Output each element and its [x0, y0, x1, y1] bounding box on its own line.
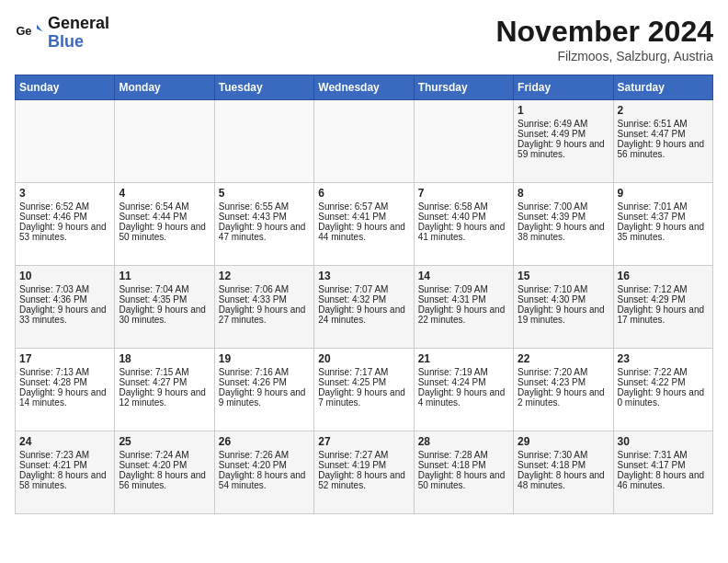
day-info: Daylight: 9 hours and 50 minutes. — [119, 222, 210, 242]
day-info: Sunset: 4:36 PM — [19, 294, 110, 304]
day-info: Sunset: 4:20 PM — [119, 460, 210, 470]
calendar-cell: 16Sunrise: 7:12 AMSunset: 4:29 PMDayligh… — [613, 266, 712, 349]
day-info: Sunrise: 7:12 AM — [618, 284, 709, 294]
calendar-week-5: 24Sunrise: 7:23 AMSunset: 4:21 PMDayligh… — [16, 431, 713, 514]
calendar-cell: 26Sunrise: 7:26 AMSunset: 4:20 PMDayligh… — [214, 431, 313, 514]
day-number: 21 — [418, 352, 509, 365]
day-info: Sunrise: 7:06 AM — [219, 284, 310, 294]
day-number: 17 — [19, 352, 110, 365]
day-number: 28 — [418, 435, 509, 448]
calendar-cell — [115, 100, 214, 183]
logo-line1: General — [48, 15, 109, 33]
day-info: Sunrise: 6:51 AM — [618, 119, 709, 129]
day-info: Sunset: 4:46 PM — [19, 212, 110, 222]
header-day-thursday: Thursday — [414, 75, 513, 100]
calendar-cell: 28Sunrise: 7:28 AMSunset: 4:18 PMDayligh… — [414, 431, 513, 514]
day-info: Sunrise: 7:01 AM — [618, 201, 709, 212]
day-info: Daylight: 9 hours and 24 minutes. — [318, 304, 409, 325]
day-info: Sunset: 4:22 PM — [618, 377, 709, 387]
day-info: Sunrise: 7:03 AM — [19, 284, 110, 294]
day-number: 24 — [19, 435, 110, 448]
day-info: Sunrise: 7:31 AM — [618, 450, 709, 460]
day-info: Sunrise: 7:28 AM — [418, 450, 509, 460]
calendar-cell: 18Sunrise: 7:15 AMSunset: 4:27 PMDayligh… — [115, 349, 214, 431]
day-info: Daylight: 9 hours and 19 minutes. — [518, 304, 609, 325]
day-info: Sunset: 4:17 PM — [618, 460, 709, 470]
day-info: Sunset: 4:41 PM — [318, 212, 409, 222]
day-info: Sunrise: 7:19 AM — [418, 367, 509, 377]
logo-icon: G e — [15, 18, 44, 48]
day-info: Daylight: 9 hours and 4 minutes. — [418, 387, 509, 408]
day-info: Sunset: 4:43 PM — [219, 212, 310, 222]
day-info: Daylight: 9 hours and 38 minutes. — [518, 222, 609, 242]
day-info: Daylight: 9 hours and 59 minutes. — [518, 139, 609, 159]
day-info: Daylight: 8 hours and 58 minutes. — [19, 470, 110, 490]
day-info: Sunrise: 6:49 AM — [518, 119, 609, 129]
day-info: Sunrise: 7:04 AM — [119, 284, 210, 294]
day-number: 20 — [318, 352, 409, 365]
day-info: Daylight: 9 hours and 30 minutes. — [119, 304, 210, 325]
calendar-cell: 19Sunrise: 7:16 AMSunset: 4:26 PMDayligh… — [214, 349, 313, 431]
day-info: Sunset: 4:30 PM — [518, 294, 609, 304]
calendar-cell: 10Sunrise: 7:03 AMSunset: 4:36 PMDayligh… — [16, 266, 115, 349]
calendar-cell: 11Sunrise: 7:04 AMSunset: 4:35 PMDayligh… — [115, 266, 214, 349]
day-info: Sunrise: 7:15 AM — [119, 367, 210, 377]
header-day-monday: Monday — [115, 75, 214, 100]
day-info: Sunset: 4:18 PM — [418, 460, 509, 470]
title-block: November 2024 Filzmoos, Salzburg, Austri… — [495, 15, 713, 63]
day-number: 23 — [618, 352, 709, 365]
calendar-cell: 17Sunrise: 7:13 AMSunset: 4:28 PMDayligh… — [16, 349, 115, 431]
day-info: Sunset: 4:40 PM — [418, 212, 509, 222]
day-info: Sunrise: 7:10 AM — [518, 284, 609, 294]
day-info: Sunset: 4:20 PM — [219, 460, 310, 470]
calendar-cell: 20Sunrise: 7:17 AMSunset: 4:25 PMDayligh… — [314, 349, 414, 431]
calendar-cell: 15Sunrise: 7:10 AMSunset: 4:30 PMDayligh… — [514, 266, 613, 349]
logo-text: General Blue — [48, 15, 109, 52]
calendar-cell — [314, 100, 414, 183]
day-info: Sunset: 4:26 PM — [219, 377, 310, 387]
day-info: Sunrise: 6:52 AM — [19, 201, 110, 212]
day-info: Sunrise: 7:16 AM — [219, 367, 310, 377]
day-number: 22 — [518, 352, 609, 365]
day-info: Daylight: 9 hours and 47 minutes. — [219, 222, 310, 242]
day-info: Daylight: 9 hours and 44 minutes. — [318, 222, 409, 242]
day-info: Sunrise: 7:24 AM — [119, 450, 210, 460]
day-info: Sunrise: 7:17 AM — [318, 367, 409, 377]
calendar-cell: 1Sunrise: 6:49 AMSunset: 4:49 PMDaylight… — [514, 100, 613, 183]
calendar-cell: 29Sunrise: 7:30 AMSunset: 4:18 PMDayligh… — [514, 431, 613, 514]
day-info: Sunrise: 7:23 AM — [19, 450, 110, 460]
day-number: 6 — [318, 187, 409, 200]
day-info: Sunset: 4:18 PM — [518, 460, 609, 470]
day-number: 30 — [618, 435, 709, 448]
day-info: Sunrise: 6:57 AM — [318, 201, 409, 212]
day-number: 14 — [418, 270, 509, 282]
day-number: 15 — [518, 270, 609, 282]
day-info: Sunset: 4:29 PM — [618, 294, 709, 304]
calendar-week-2: 3Sunrise: 6:52 AMSunset: 4:46 PMDaylight… — [16, 183, 713, 266]
day-info: Sunset: 4:24 PM — [418, 377, 509, 387]
day-info: Sunrise: 7:30 AM — [518, 450, 609, 460]
day-number: 10 — [19, 270, 110, 282]
day-info: Daylight: 9 hours and 41 minutes. — [418, 222, 509, 242]
calendar-cell: 2Sunrise: 6:51 AMSunset: 4:47 PMDaylight… — [613, 100, 712, 183]
calendar-cell: 25Sunrise: 7:24 AMSunset: 4:20 PMDayligh… — [115, 431, 214, 514]
day-info: Sunset: 4:21 PM — [19, 460, 110, 470]
day-info: Sunset: 4:23 PM — [518, 377, 609, 387]
calendar-cell: 8Sunrise: 7:00 AMSunset: 4:39 PMDaylight… — [514, 183, 613, 266]
day-info: Daylight: 9 hours and 22 minutes. — [418, 304, 509, 325]
day-info: Daylight: 9 hours and 14 minutes. — [19, 387, 110, 408]
day-info: Sunset: 4:31 PM — [418, 294, 509, 304]
day-info: Sunrise: 7:09 AM — [418, 284, 509, 294]
calendar-week-3: 10Sunrise: 7:03 AMSunset: 4:36 PMDayligh… — [16, 266, 713, 349]
day-number: 12 — [219, 270, 310, 282]
day-info: Sunset: 4:28 PM — [19, 377, 110, 387]
day-info: Sunrise: 7:27 AM — [318, 450, 409, 460]
day-number: 7 — [418, 187, 509, 200]
day-info: Sunset: 4:35 PM — [119, 294, 210, 304]
day-info: Daylight: 9 hours and 56 minutes. — [618, 139, 709, 159]
day-info: Daylight: 8 hours and 52 minutes. — [318, 470, 409, 490]
svg-text:G: G — [17, 23, 26, 37]
day-info: Sunrise: 7:07 AM — [318, 284, 409, 294]
day-info: Daylight: 8 hours and 46 minutes. — [618, 470, 709, 490]
calendar-header-row: SundayMondayTuesdayWednesdayThursdayFrid… — [16, 75, 713, 100]
